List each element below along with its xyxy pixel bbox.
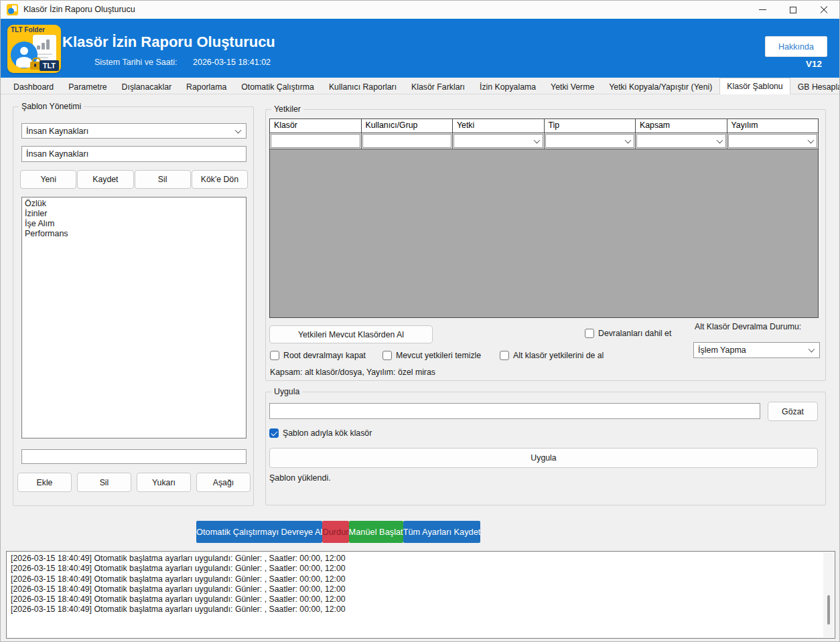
version-label: V12 <box>806 59 822 69</box>
log-line: [2026-03-15 18:40:49] Otomatik başlatma … <box>11 605 831 615</box>
app-icon <box>7 4 18 15</box>
grid-column-header[interactable]: Yayılım <box>727 119 819 133</box>
tab-label: Raporlama <box>186 82 226 92</box>
inheritance-status-select[interactable]: İşlem Yapma <box>693 342 820 358</box>
log-lines: [2026-03-15 18:40:49] Otomatik başlatma … <box>11 554 831 615</box>
template-name-input[interactable] <box>21 146 247 162</box>
checkbox-icon[interactable] <box>270 351 279 360</box>
new-item-input[interactable] <box>21 449 247 464</box>
cell-yayilim-select[interactable] <box>727 133 819 149</box>
logo-lock-icon <box>30 62 40 70</box>
grid-column-header[interactable]: Tip <box>545 119 636 133</box>
about-button[interactable]: Hakkında <box>765 36 827 57</box>
grid-column-header[interactable]: Yetki <box>453 119 545 133</box>
tab-strip: Dashboard Parametre Dışlanacaklar Raporl… <box>1 78 839 94</box>
grid-column-header[interactable]: Kullanıcı/Grup <box>362 119 453 133</box>
list-item[interactable]: Performans <box>25 229 243 239</box>
delete-template-button[interactable]: Sil <box>135 170 191 189</box>
checkbox-icon[interactable] <box>500 351 509 360</box>
tab[interactable]: Kullanıcı Raporları <box>322 79 404 94</box>
cell-kapsam-select[interactable] <box>636 133 727 149</box>
grid-column-header[interactable]: Klasör <box>270 119 362 133</box>
checkbox-icon[interactable] <box>382 351 392 360</box>
template-name-root-checkbox[interactable]: Şablon adıyla kök klasör <box>269 428 372 438</box>
tab[interactable]: Dashboard <box>6 79 61 94</box>
move-down-button[interactable]: Aşağı <box>196 473 251 492</box>
include-inherited-checkbox[interactable]: Devralanları dahil et <box>585 329 671 338</box>
checkbox-icon[interactable] <box>585 329 594 338</box>
include-subfolder-permissions-checkbox[interactable]: Alt klasör yetkilerini de al <box>500 351 604 360</box>
template-management-group: Şablon Yönetimi İnsan Kaynakları Yeni Ka… <box>13 106 254 506</box>
cell-kullanici-input[interactable] <box>362 133 453 149</box>
system-date-value: 2026-03-15 18:41:02 <box>193 58 271 67</box>
grid-column-header[interactable]: Kapsam <box>636 119 727 133</box>
page-title: Klasör İzin Raporu Oluşturucu <box>62 33 275 51</box>
tab[interactable]: Klasör Farkları <box>404 79 472 94</box>
tab[interactable]: Dışlanacaklar <box>115 79 180 94</box>
tab[interactable]: İzin Kopyalama <box>472 79 543 94</box>
checkbox-label: Şablon adıyla kök klasör <box>283 428 372 438</box>
log-line: [2026-03-15 18:40:49] Otomatik başlatma … <box>11 564 831 574</box>
template-select[interactable]: İnsan Kaynakları <box>21 123 247 139</box>
maximize-button[interactable] <box>778 1 809 19</box>
tab-label: Kullanıcı Raporları <box>329 82 397 92</box>
tab-label: Dışlanacaklar <box>122 82 172 92</box>
grid-edit-row <box>270 133 818 149</box>
list-item[interactable]: İşe Alım <box>25 219 243 229</box>
back-to-root-button[interactable]: Kök'e Dön <box>192 170 248 189</box>
tab[interactable]: Parametre <box>61 79 114 94</box>
folder-list[interactable]: Özlük İzinler İşe Alım Performans <box>21 197 247 438</box>
tab[interactable]: GB Hesaplama <box>790 79 840 94</box>
save-template-button[interactable]: Kaydet <box>77 170 133 189</box>
grid-empty-area <box>270 149 818 317</box>
app-logo: TLT Folder TLT <box>7 25 61 73</box>
tab-label: Yetki Verme <box>551 82 594 92</box>
checkbox-label: Root devralmayı kapat <box>283 351 366 360</box>
chevron-down-icon <box>235 127 242 133</box>
tab-label: Dashboard <box>13 82 54 92</box>
apply-button[interactable]: Uygula <box>269 448 818 468</box>
log-scrollbar[interactable] <box>823 552 834 637</box>
group-title: Yetkiler <box>271 104 303 114</box>
maximize-icon <box>790 7 796 13</box>
tab[interactable]: Raporlama <box>179 79 234 94</box>
tab[interactable]: Yetki Verme <box>543 79 602 94</box>
tab-label: İzin Kopyalama <box>480 82 536 92</box>
close-button[interactable] <box>809 1 839 19</box>
logo-barchart-icon <box>37 39 52 50</box>
fetch-permissions-button[interactable]: Yetkileri Mevcut Klasörden Al <box>269 325 433 343</box>
move-up-button[interactable]: Yukarı <box>137 473 191 492</box>
target-path-input[interactable] <box>269 403 760 419</box>
clear-existing-permissions-checkbox[interactable]: Mevcut yetkileri temizle <box>382 351 481 360</box>
new-template-button[interactable]: Yeni <box>20 170 76 189</box>
logo-tab-text: TLT Folder <box>11 26 45 33</box>
footer-action-button[interactable]: Tüm Ayarları Kaydet <box>403 521 481 543</box>
tab[interactable]: Yetki Kopyala/Yapıştır (Yeni) <box>602 79 719 94</box>
log-line: [2026-03-15 18:40:49] Otomatik başlatma … <box>11 554 831 564</box>
tab[interactable]: Otomatik Çalıştırma <box>234 79 322 94</box>
close-root-inheritance-checkbox[interactable]: Root devralmayı kapat <box>270 351 366 360</box>
add-item-button[interactable]: Ekle <box>17 473 72 492</box>
inheritance-status-label: Alt Klasör Devralma Durumu: <box>695 322 801 331</box>
log-scrollbar-thumb[interactable] <box>827 595 830 625</box>
log-output[interactable]: [2026-03-15 18:40:49] Otomatik başlatma … <box>6 551 835 639</box>
group-title: Uygula <box>271 387 302 396</box>
cell-yetki-select[interactable] <box>453 133 545 149</box>
footer-action-button[interactable]: Manüel Başlat <box>349 521 403 543</box>
grid-header-row: KlasörKullanıcı/GrupYetkiTipKapsamYayılı… <box>270 119 818 133</box>
log-line: [2026-03-15 18:40:49] Otomatik başlatma … <box>11 584 831 594</box>
list-item[interactable]: Özlük <box>25 199 243 209</box>
tab-label: Klasör Şablonu <box>727 82 782 91</box>
footer-action-button[interactable]: Durdur <box>322 521 348 543</box>
checkbox-icon[interactable] <box>269 428 279 438</box>
tab[interactable]: Klasör Şablonu <box>719 78 790 94</box>
list-item[interactable]: İzinler <box>25 209 243 219</box>
cell-klasor-input[interactable] <box>270 133 362 149</box>
footer-action-button[interactable]: Otomatik Çalıştırmayı Devreye Al <box>196 521 322 543</box>
delete-item-button[interactable]: Sil <box>77 473 131 492</box>
cell-tip-select[interactable] <box>545 133 636 149</box>
browse-button[interactable]: Gözat <box>768 402 818 421</box>
apply-status-text: Şablon yüklendi. <box>269 473 331 483</box>
title-bar: Klasör İzin Raporu Oluşturucu <box>1 1 839 19</box>
minimize-button[interactable] <box>747 1 778 19</box>
